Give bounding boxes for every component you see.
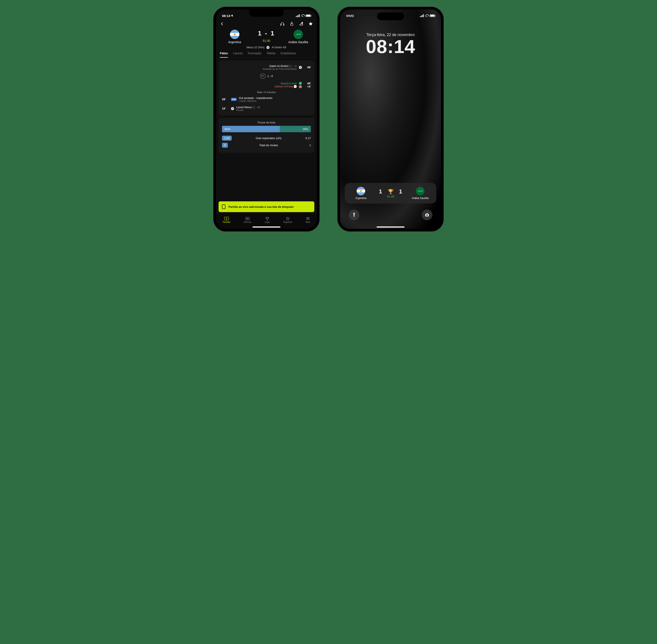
- home-team-name: Argentina: [221, 40, 249, 44]
- ball-icon: [231, 107, 234, 110]
- possession-away: 35%: [280, 126, 311, 132]
- svg-rect-18: [426, 213, 428, 214]
- widget-away-name: Arábia Saudita: [408, 197, 432, 200]
- stat-xg: 1.03 Gols esperados (xG) 0.17: [222, 136, 311, 141]
- halftime-row: PT 1 - 0: [222, 73, 311, 79]
- xg-home: 1.03: [222, 136, 232, 141]
- shots-label: Total de chutes: [259, 144, 278, 147]
- camera-button[interactable]: [422, 209, 432, 220]
- tab-fatos[interactable]: Fatos: [220, 51, 228, 58]
- app-topbar: +: [216, 20, 317, 28]
- battery-icon: [430, 15, 435, 17]
- saudi-flag-icon: الله أكبر: [294, 30, 303, 39]
- tab-formacao[interactable]: Formação: [248, 51, 262, 58]
- home-team[interactable]: Argentina: [221, 30, 249, 44]
- notification-icon[interactable]: +: [299, 21, 303, 26]
- wifi-icon: [425, 15, 429, 17]
- home-goal-min: 10': [222, 107, 229, 110]
- tab-seguindo[interactable]: Seguindo: [283, 216, 292, 223]
- widget-away-score: 1: [399, 188, 402, 195]
- xg-away: 0.17: [305, 137, 311, 140]
- status-time: 08:14: [222, 14, 230, 18]
- saudi-flag-icon: الله أكبر: [416, 187, 425, 196]
- widget-clock: 51:39: [379, 195, 402, 198]
- tab-ligas[interactable]: Ligas: [265, 216, 270, 223]
- widget-home-name: Argentina: [349, 197, 373, 200]
- phone-icon: [222, 204, 225, 209]
- widget-home-score: 1: [379, 188, 382, 195]
- back-button[interactable]: [220, 21, 225, 26]
- toast-text: Partida ao vivo adicionada à sua tela de…: [228, 205, 294, 208]
- match-clock: 51:30: [258, 39, 275, 43]
- stat-shots: 5 Total de chutes 1: [222, 143, 311, 148]
- signal-icon: [420, 14, 424, 17]
- signal-icon: [296, 14, 300, 17]
- ball-icon: [299, 66, 302, 69]
- battery-icon: [306, 15, 311, 17]
- event-away-goal[interactable]: Saleh Al-Shehri (1 - 1) Assistência de F…: [222, 64, 311, 71]
- phone-right: VIVO Terça-feira, 22 de novembro 08:14 A…: [337, 6, 444, 232]
- home-indicator[interactable]: [377, 227, 405, 228]
- shots-away: 1: [310, 144, 311, 147]
- scorers-row: Messi 10' (Pen) Al-Shehri 49': [216, 46, 317, 49]
- tab-tabela[interactable]: Tabela: [267, 51, 275, 58]
- xg-label: Gols esperados (xG): [256, 137, 281, 140]
- notch: [249, 9, 284, 17]
- away-goal-assist: Assistência de Firas Al-Buraikan: [263, 68, 297, 70]
- away-team[interactable]: الله أكبر Arábia Saudita: [284, 30, 312, 44]
- lock-time: 08:14: [340, 37, 441, 56]
- away-goal-player: Saleh Al-Shehri: [269, 64, 289, 68]
- lock-content: Terça-feira, 22 de novembro 08:14: [340, 20, 441, 56]
- live-activity-widget[interactable]: Argentina 1 🏆 1 51:39 الله أكبر Arábia S…: [345, 183, 436, 204]
- ball-icon: [267, 46, 269, 49]
- live-activity-toast[interactable]: Partida ao vivo adicionada à sua tela de…: [219, 201, 314, 212]
- tab-partidas[interactable]: Partidas: [223, 216, 231, 223]
- halftime-badge: PT: [260, 73, 266, 79]
- flashlight-button[interactable]: [349, 209, 359, 220]
- wifi-icon: [301, 15, 304, 17]
- app-screen: 08:14 ➤ +: [216, 9, 317, 229]
- audio-icon[interactable]: [280, 21, 285, 26]
- home-scorer: Messi 10' (Pen): [247, 46, 264, 49]
- injury-icon: +: [294, 85, 297, 88]
- event-home-goal[interactable]: 10' Lionel Messi (1 - 0) Pênalti: [222, 105, 311, 112]
- scoreboard: Argentina 1 - 1 51:30 الله أكبر Arábia S…: [216, 28, 317, 44]
- share-icon[interactable]: [289, 21, 294, 26]
- argentina-flag-icon: [357, 187, 365, 196]
- sub-out-min: +4': [304, 85, 311, 88]
- lock-buttons: [340, 209, 441, 220]
- halftime-score: 1 - 0: [267, 74, 273, 78]
- location-icon: ➤: [230, 14, 234, 18]
- away-team-name: Arábia Saudita: [284, 40, 312, 44]
- widget-home-team: Argentina: [349, 187, 373, 200]
- tab-estatisticas[interactable]: Estatísticas: [280, 51, 296, 58]
- home-goal-type: Pênalti: [236, 109, 260, 111]
- favorite-star-icon[interactable]: [308, 21, 313, 26]
- match-score: 1 - 1: [258, 30, 275, 37]
- home-goal-player: Lionel Messi: [236, 106, 252, 109]
- possession-home: 65%: [222, 126, 280, 132]
- var-icon: VAR: [231, 98, 236, 101]
- sub-in-player: Nawaf Al-Abid: [275, 82, 297, 85]
- svg-point-17: [426, 214, 428, 216]
- tab-mais[interactable]: Mais: [305, 216, 310, 223]
- home-indicator[interactable]: [252, 227, 280, 228]
- extra-time: Mais +5 minutos: [222, 91, 311, 94]
- tab-noticias[interactable]: Notícias: [244, 216, 251, 223]
- event-substitution[interactable]: Nawaf Al-Abid Salman Al-Faraj + ← → 45' …: [222, 81, 311, 89]
- possession-bar: 65% 35%: [222, 126, 311, 132]
- shots-home: 5: [222, 143, 228, 148]
- svg-rect-1: [284, 24, 284, 26]
- event-var[interactable]: 28' VAR Gol anulado - impedimento Lautar…: [222, 95, 311, 103]
- stats-card: Posse de bola 65% 35% 1.03 Gols esperado…: [219, 118, 314, 153]
- svg-rect-0: [280, 24, 281, 26]
- carrier-label: VIVO: [346, 14, 354, 18]
- var-min: 28': [222, 98, 229, 101]
- match-tabs: Fatos Lances Formação Tabela Estatística…: [216, 50, 317, 58]
- var-title: Gol anulado - impedimento: [239, 96, 272, 99]
- away-scorer: Al-Shehri 49': [272, 46, 286, 49]
- tab-lances[interactable]: Lances: [233, 51, 243, 58]
- argentina-flag-icon: [230, 30, 240, 39]
- possession-title: Posse de bola: [222, 121, 311, 124]
- svg-text:+: +: [302, 23, 302, 24]
